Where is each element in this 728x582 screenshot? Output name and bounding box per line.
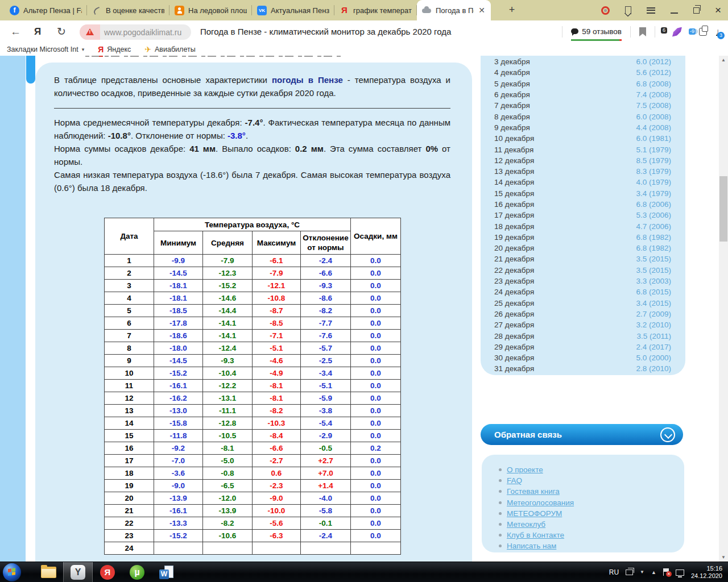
text-segment: . Отклонение от нормы: [131,131,228,140]
record-row: 24 декабря6.8 (2015) [481,286,685,297]
menu-icon[interactable] [647,7,655,14]
min-cell: -17.8 [154,317,203,330]
record-value-link[interactable]: 3.3 (2003) [636,277,671,285]
record-value-link[interactable]: 3.5 (2015) [636,266,671,275]
red-badge-extension-icon[interactable] [601,6,610,15]
taskbar-yandex-app[interactable]: Я [93,562,122,582]
downloads-button[interactable]: ↓ 3 [715,27,720,37]
record-value-link[interactable]: 3.4 (2015) [636,299,671,307]
record-value-link[interactable]: 5.3 (2006) [636,211,671,219]
record-value-link[interactable]: 7.5 (2008) [636,101,671,110]
back-button[interactable]: ← [10,20,21,43]
record-value-link[interactable]: 5.0 (2000) [636,354,671,362]
reload-button[interactable]: ↻ [57,20,66,43]
scroll-up-arrow[interactable]: ▲ [719,56,728,64]
record-date: 22 декабря [494,266,636,275]
record-date: 28 декабря [494,332,636,340]
record-value-link[interactable]: 8.3 (1979) [636,167,671,176]
avg-cell: -10.4 [203,367,253,380]
new-tab-button[interactable]: + [503,3,520,18]
record-value-link[interactable]: 6.8 (2015) [636,288,671,296]
bookmark-avia[interactable]: ✈ Авиабилеты [144,45,195,54]
browser-tab[interactable]: Актуальная Пенза [252,0,334,20]
insecure-warning-icon[interactable] [80,24,100,40]
caret-down-icon[interactable]: ▼ [640,569,644,575]
record-value-link[interactable]: 6.8 (1982) [636,244,671,252]
record-value-link[interactable]: 3.5 (2011) [636,332,671,340]
date-cell: 12 [105,392,154,405]
avg-cell: -14.4 [203,305,253,317]
yandex-home-button[interactable]: Я [34,20,41,43]
record-value-link[interactable]: 6.8 (2006) [636,200,671,209]
site-link[interactable]: Гостевая книга [507,487,560,496]
bookmarks-folder[interactable]: Закладки Microsoft Int ▾ [7,45,84,53]
record-value-link[interactable]: 2.4 (2017) [636,343,671,351]
site-link[interactable]: МЕТЕОФОРУМ [507,509,562,518]
deviation-cell: -2.9 [301,430,351,442]
taskbar-word[interactable]: W [152,562,181,582]
scrollbar-thumb[interactable] [719,176,727,242]
record-value-link[interactable]: 6.8 (1982) [636,233,671,242]
tab-label: Альтер Пенза | Fac [23,6,82,15]
record-value-link[interactable]: 5.1 (1979) [636,146,671,154]
action-center-flag-icon[interactable]: ✕ [663,568,669,576]
desktop-windows-icon[interactable] [626,569,633,575]
browser-tab[interactable]: Альтер Пенза | Fac [5,0,87,20]
record-value-link[interactable]: 6.0 (2012) [636,57,671,66]
record-value-link[interactable]: 3.4 (1979) [636,189,671,198]
bookmark-yandex[interactable]: Я Яндекс [98,45,131,54]
precip-cell: 0.0 [351,317,401,330]
record-value-link[interactable]: 3.5 (2015) [636,255,671,263]
record-value-link[interactable]: 6.0 (2008) [636,113,671,121]
browser-tab[interactable]: график температу [334,0,417,20]
scroll-down-arrow[interactable]: ▼ [719,553,728,562]
close-window-button[interactable]: × [715,0,721,20]
taskbar-utorrent[interactable]: µ [122,562,152,582]
date-cell: 4 [105,292,154,305]
record-value-link[interactable]: 6.0 (1981) [636,134,671,143]
record-value-link[interactable]: 4.0 (1979) [636,178,671,186]
taskbar-explorer[interactable] [34,562,63,582]
feather-extension-icon[interactable] [672,27,682,37]
restore-button[interactable] [693,7,700,14]
browser-tab[interactable]: На ледовой площ [169,0,252,20]
site-link[interactable]: Клуб в Контакте [507,531,564,539]
browser-tab[interactable]: В оценке качества [87,0,169,20]
tab-favicon-icon [257,6,267,15]
site-link[interactable]: FAQ [507,476,522,485]
start-button[interactable] [3,563,21,581]
add-bookmark-icon[interactable] [639,27,646,36]
record-value-link[interactable]: 6.8 (2008) [636,80,671,88]
record-value-link[interactable]: 5.6 (2012) [636,68,671,77]
min-cell [154,542,203,555]
browser-tab[interactable]: Погода в Пензе ✕ [417,0,491,20]
min-cell: -14.5 [154,267,203,280]
language-indicator[interactable]: RU [609,568,619,576]
show-hidden-icons[interactable]: ▲ [651,569,656,575]
site-link[interactable]: Метеоголосования [507,498,574,507]
record-value-link[interactable]: 2.8 (2010) [636,364,671,373]
yandex-browser-icon: Y [71,565,85,580]
minimize-button[interactable] [671,13,678,14]
record-value-link[interactable]: 3.2 (2010) [636,321,671,329]
bookmark-flag-icon[interactable] [625,6,631,14]
taskbar-yandex-browser[interactable]: Y [63,562,93,582]
record-value-link[interactable]: 4.7 (2006) [636,222,671,231]
site-link[interactable]: О проекте [507,465,543,474]
record-value-link[interactable]: 4.4 (2008) [636,123,671,132]
record-value-link[interactable]: 8.5 (1979) [636,156,671,165]
reviews-button[interactable]: 59 отзывов [571,27,622,37]
taskbar-clock[interactable]: 15:16 24.12.2020 [691,565,722,580]
date-cell: 9 [105,355,154,367]
close-tab-icon[interactable]: ✕ [478,6,486,15]
feedback-button[interactable]: Обратная связь [481,424,683,445]
url-field[interactable]: www.pogodaiklimat.ru [80,24,191,40]
record-value-link[interactable]: 2.7 (2009) [636,310,671,318]
network-icon[interactable] [676,569,684,576]
page-scrollbar[interactable]: ▲ ▼ [719,56,728,562]
collections-icon[interactable] [699,28,707,36]
menu-tab-fragment [26,56,35,84]
record-value-link[interactable]: 7.4 (2008) [636,90,671,99]
site-link[interactable]: Написать нам [507,542,556,550]
site-link[interactable]: Метеоклуб [507,520,545,529]
